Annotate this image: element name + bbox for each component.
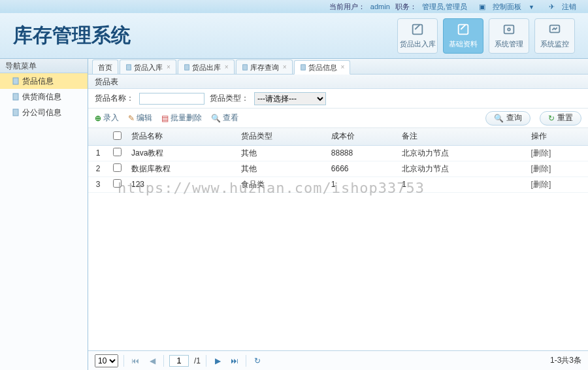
tab-bar: 首页 货品入库× 货品出库× 库存查询× 货品信息× (88, 59, 588, 75)
tab-goods-info[interactable]: 货品信息× (294, 60, 351, 75)
cell-name: Java教程 (126, 145, 236, 161)
cell-type: 其他 (236, 161, 326, 177)
row-check[interactable] (113, 148, 122, 156)
delete-link[interactable]: [删除] (526, 145, 588, 161)
banner-btn-label: 货品出入库 (400, 39, 436, 49)
table-row[interactable]: 2 数据库教程 其他 6666 北京动力节点 [删除] (88, 161, 588, 177)
svg-rect-7 (13, 109, 18, 116)
document-icon (125, 64, 132, 71)
tab-query[interactable]: 库存查询× (236, 59, 293, 74)
table-row[interactable]: 3 123 食品类 1 1 [删除] (88, 177, 588, 192)
cell-remark: 北京动力节点 (397, 161, 525, 177)
cell-name: 123 (126, 177, 236, 192)
view-button[interactable]: 🔍查看 (211, 112, 238, 124)
current-user-label: 当前用户： (329, 2, 365, 12)
cell-remark: 北京动力节点 (397, 145, 525, 161)
refresh-button[interactable]: ↻ (252, 355, 263, 367)
document-icon (300, 64, 306, 71)
svg-rect-5 (13, 78, 18, 84)
table-row[interactable]: 1 Java教程 其他 88888 北京动力节点 [删除] (88, 145, 588, 161)
banner-btn-label: 系统监控 (540, 39, 569, 49)
cell-name: 数据库教程 (126, 161, 236, 177)
logout-button[interactable]: ✈ 注销 (546, 2, 579, 12)
cell-price: 6666 (326, 161, 397, 177)
reset-button[interactable]: ↻重置 (540, 111, 581, 126)
banner-btn-inout[interactable]: 货品出入库 (397, 18, 438, 54)
banner-btn-monitor[interactable]: 系统监控 (534, 18, 575, 54)
svg-rect-9 (185, 64, 189, 69)
banner-btn-base[interactable]: 基础资料 (443, 18, 483, 54)
tab-label: 货品出库 (192, 60, 221, 75)
col-price[interactable]: 成本价 (326, 128, 397, 145)
goods-type-select[interactable]: ---请选择--- (254, 92, 326, 105)
sidebar-title: 导航菜单 (0, 59, 88, 73)
tab-label: 首页 (98, 60, 112, 75)
svg-rect-11 (301, 65, 305, 70)
document-icon (12, 109, 20, 116)
col-remark[interactable]: 备注 (397, 128, 525, 145)
toolbar-label: 重置 (557, 112, 573, 124)
total-pages: /1 (194, 356, 201, 365)
pencil-icon: ✎ (128, 114, 135, 123)
cell-price: 1 (326, 177, 397, 192)
plus-icon: ⊕ (95, 114, 101, 123)
first-page-button[interactable]: ⏮ (129, 355, 141, 367)
edit-button[interactable]: ✎编辑 (128, 112, 152, 124)
control-panel-button[interactable]: ▣ 控制面板 ▼ (476, 2, 537, 12)
sidebar-item-label: 分公司信息 (22, 105, 61, 120)
folder-icon: ▣ (479, 3, 485, 10)
goods-name-input[interactable] (139, 93, 204, 105)
svg-rect-0 (413, 25, 423, 35)
col-type[interactable]: 货品类型 (236, 128, 326, 145)
row-num: 1 (88, 145, 108, 161)
check-all[interactable] (113, 131, 122, 140)
close-icon[interactable]: × (225, 60, 229, 75)
batch-delete-button[interactable]: ▤批量删除 (161, 112, 202, 124)
monitor-icon (547, 22, 562, 37)
current-user: admin (370, 3, 390, 10)
svg-rect-6 (13, 93, 18, 100)
page-input[interactable] (169, 355, 189, 367)
banner-btn-system[interactable]: 系统管理 (489, 18, 529, 54)
row-check[interactable] (113, 163, 122, 172)
tab-home[interactable]: 首页 (92, 59, 118, 74)
close-icon[interactable]: × (167, 60, 171, 75)
delete-link[interactable]: [删除] (526, 177, 588, 192)
page-size-select[interactable]: 10 (95, 354, 118, 367)
cell-type: 食品类 (236, 177, 326, 192)
tab-out[interactable]: 货品出库× (178, 59, 235, 74)
cell-type: 其他 (236, 145, 326, 161)
sidebar-item-supplier[interactable]: 供货商信息 (0, 89, 88, 105)
svg-rect-8 (127, 64, 131, 69)
cell-remark: 1 (397, 177, 525, 192)
sidebar-item-label: 货品信息 (22, 73, 54, 89)
panel-title: 货品表 (88, 75, 588, 89)
add-button[interactable]: ⊕录入 (95, 112, 119, 124)
col-op[interactable]: 操作 (526, 128, 588, 145)
document-icon (242, 64, 248, 71)
row-check[interactable] (113, 179, 122, 188)
tab-in[interactable]: 货品入库× (120, 59, 176, 74)
svg-point-3 (508, 28, 510, 31)
search-button[interactable]: 🔍查询 (485, 111, 531, 126)
goods-table: 货品名称 货品类型 成本价 备注 操作 1 Java教程 其他 88888 北京… (88, 128, 588, 193)
row-num: 3 (88, 177, 108, 192)
tab-label: 货品信息 (308, 60, 337, 75)
refresh-icon: ↻ (548, 114, 555, 123)
close-icon[interactable]: × (283, 60, 287, 75)
delete-link[interactable]: [删除] (526, 161, 588, 177)
control-panel-label: 控制面板 (493, 3, 521, 10)
next-page-button[interactable]: ▶ (212, 355, 223, 367)
goods-type-label: 货品类型： (210, 93, 249, 104)
sidebar-item-goods[interactable]: 货品信息 (0, 73, 88, 89)
prev-page-button[interactable]: ◀ (146, 355, 158, 367)
svg-rect-2 (504, 25, 514, 34)
banner-btn-label: 基础资料 (449, 39, 478, 49)
paper-plane-icon: ✈ (549, 3, 555, 10)
last-page-button[interactable]: ⏭ (229, 355, 240, 367)
sidebar-item-branch[interactable]: 分公司信息 (0, 105, 88, 120)
edit-icon (456, 22, 470, 37)
col-name[interactable]: 货品名称 (126, 128, 236, 145)
banner-btn-label: 系统管理 (495, 39, 523, 49)
close-icon[interactable]: × (341, 60, 345, 75)
